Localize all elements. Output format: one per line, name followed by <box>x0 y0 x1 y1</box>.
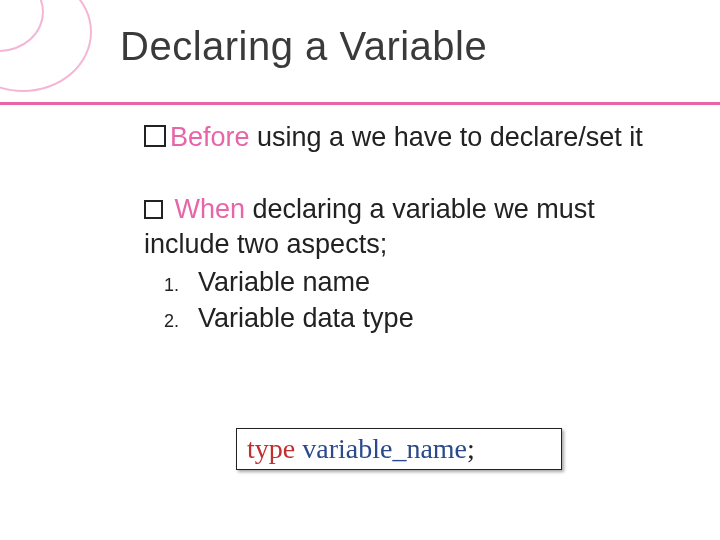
p1-emphasis: Before <box>170 122 250 152</box>
title-underline <box>0 102 720 105</box>
p2-emphasis: When <box>167 194 245 224</box>
code-identifier: variable_name <box>302 433 467 464</box>
list-text: Variable data type <box>198 303 414 333</box>
slide-body: Before using a we have to declare/set it… <box>144 120 680 336</box>
list-text: Variable name <box>198 267 370 297</box>
paragraph-1: Before using a we have to declare/set it <box>144 120 680 156</box>
list-number: 2. <box>164 310 198 334</box>
checkbox-icon <box>144 125 166 147</box>
list-number: 1. <box>164 274 198 298</box>
code-semicolon: ; <box>467 433 475 464</box>
list-item-1: 1.Variable name <box>144 265 680 301</box>
paragraph-2: When declaring a variable we must includ… <box>144 192 680 263</box>
slide: Declaring a Variable Before using a we h… <box>0 0 720 540</box>
checkbox-icon <box>144 200 163 219</box>
slide-title: Declaring a Variable <box>120 24 487 69</box>
code-example-box: type variable_name; <box>236 428 562 470</box>
list-item-2: 2.Variable data type <box>144 301 680 337</box>
code-keyword-type: type <box>247 433 295 464</box>
p1-text: using a we have to declare/set it <box>250 122 643 152</box>
